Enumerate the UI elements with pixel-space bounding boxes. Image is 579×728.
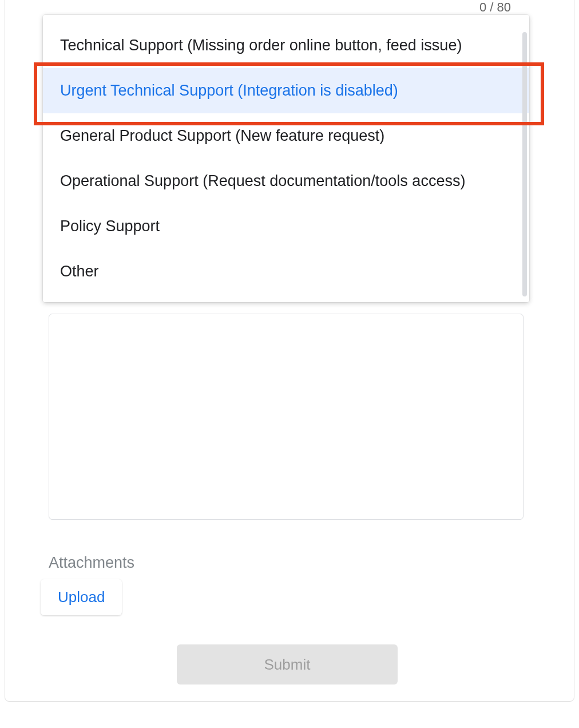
dropdown-option[interactable]: Technical Support (Missing order online …	[43, 23, 529, 68]
description-textarea[interactable]	[49, 314, 524, 520]
dropdown-option[interactable]: General Product Support (New feature req…	[43, 113, 529, 159]
submit-button[interactable]: Submit	[177, 644, 398, 685]
upload-button[interactable]: Upload	[41, 579, 122, 615]
dropdown-option[interactable]: Urgent Technical Support (Integration is…	[43, 68, 529, 113]
dropdown-scroll: Technical Support (Missing order online …	[43, 15, 529, 302]
category-dropdown-panel: Technical Support (Missing order online …	[43, 15, 529, 302]
dropdown-option[interactable]: Operational Support (Request documentati…	[43, 159, 529, 204]
dropdown-option[interactable]: Policy Support	[43, 204, 529, 249]
attachments-label: Attachments	[49, 554, 134, 572]
character-counter: 0 / 80	[479, 0, 511, 15]
form-card: 0 / 80 Technical Support (Missing order …	[5, 0, 574, 702]
dropdown-option[interactable]: Other	[43, 249, 529, 294]
scrollbar-icon[interactable]	[522, 32, 527, 296]
